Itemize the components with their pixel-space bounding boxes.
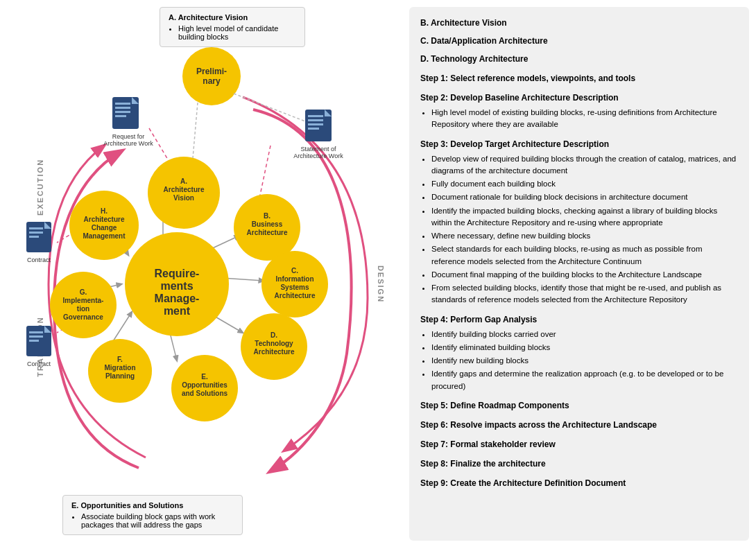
svg-text:Business: Business [252, 220, 283, 228]
svg-rect-62 [29, 336, 43, 338]
step2-title: Step 2: Develop Baseline Architecture De… [420, 92, 738, 104]
doc-statement [305, 110, 332, 141]
svg-text:C.: C. [291, 267, 298, 274]
svg-rect-51 [308, 119, 323, 121]
svg-text:G.: G. [80, 288, 87, 296]
contract2-label: Contract [27, 360, 51, 367]
step4-title: Step 4: Perform Gap Analysis [420, 313, 738, 326]
svg-rect-46 [115, 111, 130, 113]
svg-text:Architecture: Architecture [247, 229, 288, 236]
info-section-c: C. Data/Application Architecture [420, 35, 738, 47]
svg-text:A.: A. [180, 177, 187, 185]
svg-rect-53 [308, 128, 319, 130]
callout-bottom-list: Associate building block gaps with work … [71, 512, 234, 529]
svg-text:Architecture: Architecture [164, 186, 205, 193]
svg-text:ments: ments [160, 280, 193, 292]
step3-list: Develop view of required building blocks… [420, 153, 738, 306]
step4-list: Identify building blocks carried over Id… [420, 329, 738, 392]
design-label: DESIGN [377, 265, 385, 303]
diagram-area: A. Architecture Vision High level model … [7, 7, 402, 542]
svg-text:Change: Change [92, 224, 117, 232]
svg-text:Vision: Vision [173, 194, 194, 202]
svg-text:Systems: Systems [280, 284, 309, 291]
step3-item-3: Identify the impacted building blocks, c… [431, 205, 738, 229]
step5-title: Step 5: Define Roadmap Components [420, 399, 738, 412]
svg-rect-50 [308, 115, 323, 117]
request-label: Request for [112, 133, 145, 140]
doc-contract1 [26, 222, 51, 252]
svg-text:E.: E. [201, 373, 208, 381]
svg-text:Opportunities: Opportunities [182, 381, 227, 389]
svg-text:H.: H. [101, 207, 108, 215]
contract1-label: Contract [27, 256, 51, 263]
step4-item-3: Identify gaps and determine the realizat… [431, 368, 738, 392]
statement-label: Statement of [300, 146, 336, 152]
svg-line-66 [234, 94, 305, 121]
svg-rect-45 [115, 107, 130, 109]
svg-text:tion: tion [77, 305, 89, 313]
svg-text:Require-: Require- [155, 268, 200, 279]
architecture-diagram: PLANNING DESIGN EXECUTION TRANSITION [7, 7, 395, 534]
svg-text:ment: ment [164, 305, 191, 317]
step9-title: Step 9: Create the Architecture Definiti… [420, 477, 738, 489]
statement-label2: Architecture Work [293, 152, 343, 159]
step1-title: Step 1: Select reference models, viewpoi… [420, 72, 738, 85]
request-label2: Architecture Work [103, 140, 153, 147]
info-section-b: B. Architecture Vision [420, 17, 738, 29]
svg-rect-52 [308, 123, 323, 125]
info-section-d: D. Technology Architecture [420, 53, 738, 65]
svg-line-65 [193, 103, 198, 158]
step4-item-1: Identify eliminated building blocks [431, 342, 738, 354]
svg-text:Architecture: Architecture [275, 292, 316, 299]
callout-bottom-item: Associate building block gaps with work … [81, 512, 234, 529]
svg-text:Technology: Technology [255, 340, 293, 347]
step7-title: Step 7: Formal stakeholder review [420, 438, 738, 451]
svg-text:Planning: Planning [105, 372, 135, 380]
svg-rect-44 [115, 103, 130, 105]
step3-item-2: Document rationale for building block de… [431, 191, 738, 203]
callout-bottom-title: E. Opportunities and Solutions [71, 501, 234, 509]
svg-rect-57 [29, 232, 43, 234]
svg-text:Manage-: Manage- [155, 293, 200, 304]
svg-text:Management: Management [83, 232, 126, 240]
svg-text:Implementa-: Implementa- [63, 297, 104, 304]
svg-text:F.: F. [117, 356, 123, 363]
svg-rect-61 [29, 331, 43, 333]
step6-title: Step 6: Resolve impacts across the Archi… [420, 419, 738, 431]
step3-item-0: Develop view of required building blocks… [431, 153, 738, 177]
step3-item-4: Where necessary, define new building blo… [431, 230, 738, 242]
step3-item-5: Select standards for each building block… [431, 243, 738, 268]
svg-text:Architecture: Architecture [84, 216, 125, 223]
main-container: A. Architecture Vision High level model … [0, 0, 756, 549]
step2-list: High level model of existing building bl… [420, 107, 738, 131]
doc-contract2 [26, 326, 51, 356]
execution-label: EXECUTION [36, 159, 44, 216]
svg-rect-63 [29, 340, 39, 342]
callout-bottom: E. Opportunities and Solutions Associate… [62, 495, 243, 535]
svg-text:and Solutions: and Solutions [182, 390, 228, 397]
step3-item-6: Document final mapping of the building b… [431, 269, 738, 281]
svg-text:Migration: Migration [105, 364, 136, 372]
info-panel: B. Architecture Vision C. Data/Applicati… [409, 7, 749, 541]
preliminary-label2: nary [203, 76, 221, 86]
step4-item-2: Identify new building blocks [431, 355, 738, 367]
svg-rect-58 [29, 236, 39, 238]
step3-item-1: Fully document each building block [431, 178, 738, 190]
svg-rect-56 [29, 227, 43, 229]
svg-text:Architecture: Architecture [254, 348, 295, 356]
preliminary-label: Prelimi- [196, 67, 227, 76]
svg-text:Information: Information [276, 275, 314, 283]
svg-rect-47 [115, 115, 126, 117]
svg-text:Governance: Governance [63, 313, 103, 321]
step2-item-0: High level model of existing building bl… [431, 107, 738, 131]
step3-item-7: From selected building blocks, identify … [431, 282, 738, 306]
step8-title: Step 8: Finalize the architecture [420, 458, 738, 470]
doc-request [112, 97, 139, 129]
svg-text:B.: B. [264, 212, 270, 220]
svg-text:D.: D. [270, 331, 277, 339]
step4-item-0: Identify building blocks carried over [431, 329, 738, 340]
step3-title: Step 3: Develop Target Architecture Desc… [420, 138, 738, 150]
